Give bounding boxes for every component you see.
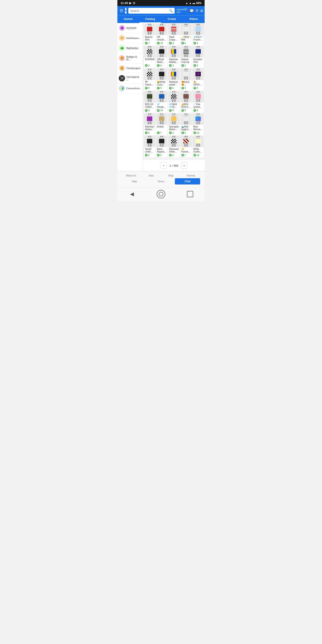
char-leg-right [186,32,188,35]
robux-symbol: R [194,87,196,90]
catalog-item[interactable]: ♡ Pink aesthetic Top With Grid R 8 [192,91,204,113]
char-torso [147,94,152,98]
hamburger-menu[interactable]: ☰ [120,8,123,13]
catalog-item[interactable]: Khakis R 7 [156,114,167,135]
catalog-item[interactable]: Donation Shirt R 8 [192,46,204,68]
home-button[interactable] [156,190,166,198]
catalog-item[interactable]: Off shoulder red supreme R 10 [156,24,167,46]
item-image [180,136,192,147]
price-value: 6 [185,42,186,44]
sidebar-item-bigdaddys[interactable]: 🐲 BigDaddys [118,43,143,53]
price-value: 8 [172,109,174,112]
robux-icon-nav[interactable]: ® [196,9,198,13]
item-info: Blue Mermaid Glam Swim R 10 [192,125,204,135]
catalog-item[interactable]: White Sunflower Top R 10 [192,136,204,158]
item-info: 🔥ORIGINAL⚡ GALACTIC R 9 [192,80,204,90]
catalog-item[interactable]: RED XD CAMO PANTS R 8 [144,91,155,113]
catalog-item[interactable]: 😍SALE😍 Adidas Shorts R 6 [180,69,192,90]
item-image [180,69,192,80]
tab-create[interactable]: Create [161,16,183,23]
catalog-item[interactable]: Beacon Shirt R 7 [144,24,155,46]
item-name: 💎Hooded Tank w/ Distr. Jeans [157,103,166,108]
char-torso [147,49,152,54]
catalog-item[interactable]: 💎ICE💎 Frozen Off- R 6 [192,24,204,46]
sidebar-item-bartsimpso[interactable]: 😁 bartsimpso... [118,33,143,43]
item-info: Black Ripped Jeans & Adidas R 5 [156,147,167,158]
char-leg-left [160,121,162,124]
catalog-item[interactable]: Obsessed White top w R 6 [168,136,179,158]
char-leg-left [172,121,174,124]
catalog-item[interactable]: Spongebob Meme Costume R 5 [168,114,179,135]
chat-icon[interactable]: 💬 [190,9,194,13]
item-info: Off shoulder red supreme R 10 [156,35,167,46]
recent-button[interactable] [186,190,194,198]
char-leg-right [162,54,164,57]
search-box[interactable]: 🔍 [128,8,175,14]
footer-help[interactable]: Help [122,180,147,183]
sidebar-item-bolliger[interactable]: 🍔 Bolliger & M... [118,53,143,63]
robux-symbol: R [181,109,184,112]
char-leg-left [172,144,174,147]
back-button[interactable]: ◀ [128,190,136,198]
next-page-button[interactable]: › [181,162,187,168]
char-torso [171,49,176,54]
char-legs [172,99,176,102]
item-info: TanqR Uniform Pants Black R 6 [144,147,155,158]
item-image [192,136,204,147]
char-head [172,24,176,27]
catalog-item[interactable]: 🔥ORIGINAL⚡ GALACTIC R 9 [192,69,204,90]
catalog-item[interactable]: 🏁Checkered❤️ Rosy Shoulder R 5 [144,69,155,90]
sidebar-item-clan[interactable]: ⚔️ clan:legend ... [118,73,143,84]
sidebar-label-bartsimpso: bartsimpso... [126,37,140,39]
prev-page-button[interactable]: ‹ [160,162,167,168]
catalog-item[interactable]: 💎Hooded Tank w/ Distr. Jeans R 10 [156,91,167,113]
catalog-item[interactable]: Blue Mermaid Glam Swim R 10 [192,114,204,135]
catalog-item[interactable]: 🤑White Louis Vuitton R 8 [156,69,167,90]
item-name: ⚡NEW⚡ Milk [181,36,191,41]
char-leg-right [174,76,176,80]
char-leg-right [174,121,176,124]
catalog-item[interactable]: ⚡NEW⚡ Milk R 6 [180,24,192,46]
robux-symbol: R [181,132,184,134]
settings-icon[interactable]: ⚙ [200,9,203,13]
catalog-item[interactable]: Official Black Fire Hoodie R 8 [156,46,167,68]
catalog-item[interactable]: TanqR Uniform Pants Black R 6 [144,136,155,158]
chat-button[interactable]: Chat [175,178,200,184]
char-leg-right [174,99,176,102]
char-leg-left [148,54,149,57]
catalog-item[interactable]: SUPREMEWhite R 9 [144,46,155,68]
char-legs [148,32,152,35]
footer-terms[interactable]: Terms [148,180,174,183]
sidebar-item-connecticut[interactable]: 🔰 Connecticut... [118,84,143,94]
home-circle [157,190,165,198]
footer-about[interactable]: About Us [122,174,140,177]
footer-jobs[interactable]: Jobs [142,174,160,177]
catalog-item[interactable]: Rainway's Galaxy Suit R 9 [144,114,155,135]
char-torso [196,94,201,98]
char-leg-right [162,121,164,124]
catalog-item[interactable]: Rainbow pastel crop w/ overalls R 5 [168,69,179,90]
catalog-item[interactable]: Black Ripped Jeans & Adidas R 5 [156,136,167,158]
catalog-item[interactable]: 💰80% DISCOUNT💰 R 9 [180,91,192,113]
catalog-item[interactable]: Striped crop top R 5 [180,46,192,68]
item-image [168,136,179,147]
char-legs [148,144,152,147]
footer-parents[interactable]: Parents [182,174,200,177]
catalog-item[interactable]: Plaid Cropped Top & White R 8 [168,24,179,46]
char-legs [184,121,188,124]
catalog-item[interactable]: 🔑 Flannel Jeans Adidas R 7 [180,136,192,158]
sidebar-item-chezburgers[interactable]: 🍔 Chezburgers [118,63,143,73]
tab-games[interactable]: Games [118,16,139,23]
footer-blog[interactable]: Blog [162,174,180,177]
item-name: 👟Nike leggins w white tube🖤 [181,126,191,131]
char-torso [171,139,176,143]
search-input[interactable] [130,9,168,12]
catalog-item[interactable]: Rainbow Adidas Hoodie R 5 [168,46,179,68]
char-leg-left [196,76,198,80]
tab-robux[interactable]: Robux [183,16,205,23]
robux-symbol: R [169,87,172,90]
tab-catalog[interactable]: Catalog [139,16,161,23]
catalog-item[interactable]: 💎NEW💎CK Top W/ R 8 [168,91,179,113]
catalog-item[interactable]: 👟Nike leggins w white tube🖤 R 6 [180,114,192,135]
sidebar-item-aqaqw[interactable]: 🟣 AQ/AQW [118,23,143,33]
